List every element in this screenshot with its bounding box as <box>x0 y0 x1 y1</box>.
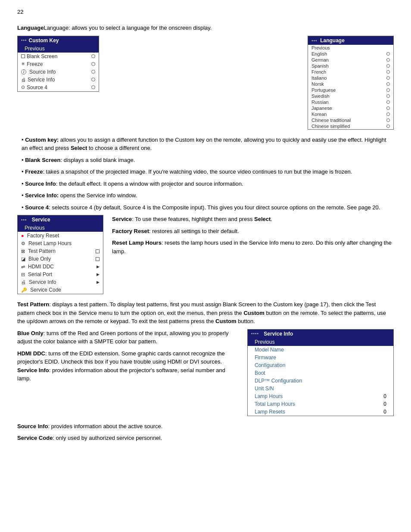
service-item-factory-reset: ● Factory Reset <box>18 232 103 240</box>
blue-only-icon: ◪ <box>21 256 25 262</box>
unit-sn-label: Unit S/N <box>255 386 274 392</box>
service-code-icon: 🔑 <box>21 287 27 293</box>
svc-boot: Boot <box>248 369 393 377</box>
serial-port-icon: ⊟ <box>21 272 25 277</box>
svc-lamp-hours: Lamp Hours0 <box>248 392 393 400</box>
test-pattern-icon: ⊠ <box>21 249 25 254</box>
bullet-source4: Source 4: selects source 4 (by default, … <box>17 203 394 212</box>
freeze-radio <box>91 62 95 66</box>
service-menu: ••• Service Previous ● Factory Reset ⚙ R… <box>17 215 103 294</box>
blue-only-desc: Blue Only: turns off the Red and Green p… <box>17 329 239 346</box>
boot-label: Boot <box>255 370 265 376</box>
language-item-japanese: Japanese <box>308 105 393 111</box>
blank-screen-checkbox <box>21 54 25 58</box>
source4-icon: ⊙ <box>21 84 25 90</box>
firmware-label: Firmware <box>255 355 276 361</box>
norsk-radio <box>386 82 390 86</box>
svc-unit-sn: Unit S/N <box>248 385 393 392</box>
custom-key-menu: ••• Custom Key Previous Blank Screen ✳ F… <box>17 36 99 92</box>
japanese-radio <box>386 106 390 110</box>
spanish-label: Spanish <box>311 63 329 68</box>
dlp-config-value <box>378 378 386 384</box>
custom-key-item-source-info: i Source Info <box>18 68 99 76</box>
custom-key-title-text: Custom Key <box>29 37 59 44</box>
swedish-radio <box>386 94 390 98</box>
english-radio <box>386 52 390 56</box>
firmware-value <box>378 355 386 361</box>
service-dots: ••• <box>21 218 27 222</box>
bullet-custom-key: Custom key: allows you to assign a diffe… <box>17 136 394 152</box>
language-item-chinese-simp: Chinese simplified <box>308 123 393 129</box>
service-info-label: Service Info <box>28 77 55 83</box>
service-info-radio <box>91 78 95 81</box>
german-label: German <box>311 57 329 62</box>
service-info-menu-title-text: Service Info <box>264 331 293 337</box>
french-label: French <box>311 69 326 75</box>
configuration-label: Configuration <box>255 362 285 368</box>
language-item-french: French <box>308 69 393 75</box>
factory-reset-desc: Factory Reset: restores all settings to … <box>112 227 394 236</box>
portuguese-label: Portuguese <box>311 87 336 93</box>
hdmi-ddc-label: HDMI DDC <box>28 264 54 270</box>
service-item-test-pattern: ⊠ Test Pattern <box>18 247 103 255</box>
model-name-label: Model Name <box>255 347 284 353</box>
custom-key-item-freeze: ✳ Freeze <box>18 60 99 68</box>
lamp-resets-label: Lamp Resets <box>255 409 285 415</box>
language-item-chinese-trad: Chinese traditional <box>308 117 393 123</box>
korean-label: Korean <box>311 112 327 117</box>
bullet-source-info: Source Info: the default effect. It open… <box>17 180 394 188</box>
serial-port-arrow: ▶ <box>97 272 100 277</box>
reset-lamp-desc: Reset Lamp Hours: resets the lamp hours … <box>112 239 394 255</box>
japanese-label: Japanese <box>311 106 332 111</box>
language-menu: ••• Language Previous English German Spa… <box>308 36 394 130</box>
service-area: ••• Service Previous ● Factory Reset ⚙ R… <box>17 215 394 294</box>
factory-reset-icon: ● <box>21 233 24 238</box>
service-code-label: Service Code <box>30 287 61 293</box>
factory-reset-label: Factory Reset <box>27 233 59 239</box>
blank-screen-radio <box>91 54 95 58</box>
language-item-portuguese: Portuguese <box>308 87 393 93</box>
french-radio <box>386 70 390 74</box>
italiano-radio <box>386 76 390 80</box>
blue-only-label: Blue Only <box>28 256 51 262</box>
service-info-menu-title: •••• Service Info <box>248 330 393 338</box>
service-menu-title: ••• Service <box>18 215 103 224</box>
svc-dlp-config: DLP™ Configuration <box>248 377 393 385</box>
spanish-radio <box>386 64 390 68</box>
custom-key-title: ••• Custom Key <box>18 36 99 45</box>
svc-total-lamp-hours: Total Lamp Hours0 <box>248 400 393 408</box>
hdmi-ddc-desc: HDMI DDC: turns off the EDID extension. … <box>17 349 239 383</box>
language-item-korean: Korean <box>308 111 393 117</box>
norsk-label: Norsk <box>311 81 324 87</box>
lamp-hours-label: Lamp Hours <box>255 393 283 399</box>
bullet-blank-screen: Blank Screen: displays a solid blank ima… <box>17 156 394 165</box>
language-menu-title: ••• Language <box>308 36 393 45</box>
test-pattern-label: Test Pattern <box>28 248 56 254</box>
reset-lamp-label: Reset Lamp Hours <box>28 240 72 246</box>
service-selected: Previous <box>18 224 103 232</box>
source4-radio <box>91 85 95 89</box>
language-item-swedish: Swedish <box>308 93 393 99</box>
source-info-text: Source Info: provides information about … <box>17 422 394 431</box>
language-item-italiano: Italiano <box>308 75 393 81</box>
top-menus-row: ••• Custom Key Previous Blank Screen ✳ F… <box>17 36 394 130</box>
test-pattern-checkbox <box>96 249 100 253</box>
service-side-text: Service: To use these features, highligh… <box>112 215 394 259</box>
dlp-config-label: DLP™ Configuration <box>255 378 302 384</box>
bullet-list: Custom key: allows you to assign a diffe… <box>17 136 394 212</box>
bullet-service-info: Service Info: opens the Service info win… <box>17 191 394 200</box>
italiano-label: Italiano <box>311 75 327 81</box>
hdmi-ddc-icon: ⇌ <box>21 264 25 270</box>
model-name-value <box>378 347 386 353</box>
svc-lamp-resets: Lamp Resets0 <box>248 408 393 416</box>
source4-label: Source 4 <box>27 84 47 90</box>
custom-key-item-source4: ⊙ Source 4 <box>18 84 99 91</box>
page-number: 22 <box>17 9 394 15</box>
portuguese-radio <box>386 88 390 92</box>
serial-port-label: Serial Port <box>28 271 52 277</box>
custom-key-selected: Previous <box>18 45 99 53</box>
language-item-spanish: Spanish <box>308 63 393 69</box>
language-item-english: English <box>308 51 393 57</box>
language-title-text: Language <box>320 37 345 44</box>
language-dots: ••• <box>311 38 318 43</box>
